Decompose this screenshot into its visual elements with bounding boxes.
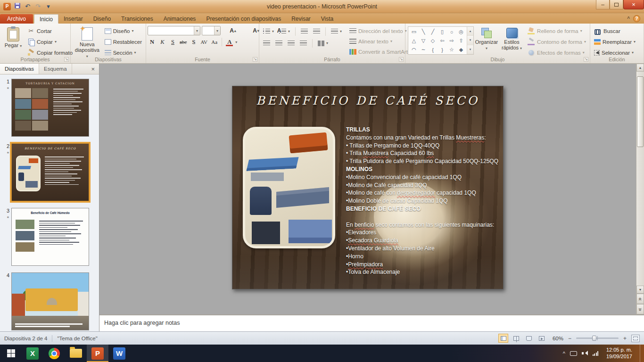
scrollbar-thumb[interactable] — [637, 76, 644, 147]
redo-button[interactable]: ↷ — [34, 3, 42, 10]
help-icon[interactable]: ? — [633, 15, 640, 22]
shape-icon[interactable]: ◆ — [456, 45, 466, 54]
shape-icon[interactable]: ⇨ — [447, 36, 456, 45]
vertical-scrollbar[interactable]: ▲ ▼ « » — [636, 64, 644, 314]
start-button[interactable] — [0, 345, 22, 362]
taskbar-word-icon[interactable]: W — [108, 345, 130, 362]
quick-styles-button[interactable]: Estilos rápidos ▾ — [498, 25, 525, 53]
align-right-button[interactable] — [286, 39, 296, 48]
tab-transiciones[interactable]: Transiciones — [116, 14, 158, 24]
slide-thumbnail-2[interactable]: 2★ BENEFICIO DE CAFÉ SECO — [0, 143, 99, 201]
columns-button[interactable]: ▾ — [316, 39, 330, 48]
slide-body[interactable]: TRILLASContamos con una gran Variedad en… — [346, 126, 503, 276]
tab-insertar[interactable]: Insertar — [58, 14, 88, 24]
slide-thumbnail-4[interactable]: 4 — [0, 272, 99, 330]
taskbar-powerpoint-icon[interactable]: P — [87, 345, 108, 362]
align-text-button[interactable]: Alinear texto ▾ — [348, 37, 413, 46]
undo-button[interactable]: ↶ — [24, 3, 32, 10]
bullets-button[interactable]: ▾ — [262, 27, 275, 36]
tab-vista[interactable]: Vista — [316, 14, 339, 24]
taskbar-excel-icon[interactable]: X — [22, 345, 43, 362]
chevron-down-icon[interactable]: ▾ — [214, 26, 220, 35]
collapse-ribbon-icon[interactable]: ^ — [627, 16, 630, 21]
touch-keyboard-icon[interactable] — [570, 351, 577, 356]
shape-icon[interactable]: ◠ — [409, 45, 419, 54]
shape-icon[interactable]: } — [438, 45, 447, 54]
zoom-slider-thumb[interactable] — [592, 336, 596, 341]
tab-diseno[interactable]: Diseño — [88, 14, 116, 24]
zoom-slider[interactable] — [576, 337, 619, 339]
fit-to-window-button[interactable] — [631, 335, 640, 342]
close-panel-icon[interactable]: × — [87, 64, 99, 74]
tab-presentacion[interactable]: Presentación con diapositivas — [201, 14, 286, 24]
previous-slide-button[interactable]: « — [636, 294, 644, 304]
line-spacing-button[interactable]: ▾ — [330, 27, 343, 36]
scroll-up-icon[interactable]: ▲ — [636, 64, 644, 72]
find-button[interactable]: Buscar — [593, 26, 637, 35]
slide-thumbnail-1[interactable]: 1★ TOSTADURIA Y CATACION — [0, 79, 99, 137]
format-painter-button[interactable]: Copiar formato — [26, 48, 74, 57]
bold-button[interactable]: N — [148, 37, 157, 47]
italic-button[interactable]: K — [158, 37, 167, 47]
font-color-button[interactable]: A — [225, 37, 234, 47]
view-reading-button[interactable] — [524, 334, 534, 343]
scrollbar-track[interactable] — [636, 72, 644, 286]
tab-esquema[interactable]: Esquema — [39, 64, 72, 74]
text-shadow-button[interactable]: S — [189, 37, 198, 47]
view-slideshow-button[interactable] — [537, 334, 546, 343]
reset-button[interactable]: Restablecer — [103, 37, 143, 46]
close-button[interactable]: × — [623, 0, 644, 9]
scroll-down-icon[interactable]: ▼ — [636, 286, 644, 294]
font-dialog-launcher-icon[interactable]: ↘ — [253, 57, 257, 62]
clipboard-dialog-launcher-icon[interactable]: ↘ — [64, 57, 69, 62]
shape-icon[interactable]: △ — [409, 36, 419, 45]
align-left-button[interactable] — [262, 39, 272, 48]
chevron-down-icon[interactable]: ▾ — [194, 26, 200, 35]
font-name-select[interactable]: ▾ — [148, 26, 200, 35]
copy-button[interactable]: Copiar ▾ — [26, 37, 74, 46]
new-slide-button[interactable]: Nueva diapositiva ▾ — [72, 25, 102, 61]
shape-icon[interactable]: ⇦ — [438, 36, 447, 45]
select-button[interactable]: Seleccionar ▾ — [593, 48, 637, 57]
view-normal-button[interactable] — [498, 334, 508, 343]
font-color-dropdown-icon[interactable]: ▾ — [235, 40, 237, 44]
character-spacing-button[interactable]: AV — [199, 37, 208, 47]
font-size-select[interactable]: ▾ — [202, 26, 221, 35]
notes-placeholder[interactable]: Haga clic para agregar notas — [104, 320, 180, 326]
qat-dropdown-icon[interactable]: ▾ — [44, 3, 52, 10]
slide-title[interactable]: BENEFICIO DE CAFÉ SECO — [232, 94, 503, 107]
next-slide-button[interactable]: » — [636, 304, 644, 314]
numbering-button[interactable]: ▾ — [278, 27, 291, 36]
convert-smartart-button[interactable]: Convertir a SmartArt ▾ — [348, 47, 413, 56]
shape-icon[interactable]: ∼ — [419, 45, 428, 54]
slide[interactable]: BENEFICIO DE CAFÉ SECO TRILLASContamos c… — [232, 86, 504, 289]
replace-button[interactable]: Reemplazar ▾ — [593, 37, 637, 46]
zoom-in-button[interactable]: + — [621, 335, 628, 342]
shape-icon[interactable]: ◎ — [456, 27, 466, 36]
shape-icon[interactable]: ☆ — [447, 45, 456, 54]
tab-archivo[interactable]: Archivo — [0, 14, 33, 24]
shapes-scroll-up-icon[interactable]: ▴ — [467, 27, 473, 36]
tab-diapositivas[interactable]: Diapositivas — [0, 64, 39, 74]
shapes-scroll-down-icon[interactable]: ▾ — [467, 36, 473, 45]
slide-thumbnail-3[interactable]: 3★ Beneficio de Café Húmedo — [0, 208, 99, 266]
strikethrough-button[interactable]: abc — [179, 37, 188, 47]
arrange-button[interactable]: Organizar ▾ — [475, 25, 498, 53]
taskbar-explorer-icon[interactable] — [65, 345, 87, 362]
taskbar-clock[interactable]: 12:05 p. m. 19/09/2017 — [603, 347, 635, 360]
increase-indent-button[interactable] — [312, 27, 322, 36]
drawing-dialog-launcher-icon[interactable]: ↘ — [584, 57, 588, 62]
view-slide-sorter-button[interactable] — [511, 334, 521, 343]
paragraph-dialog-launcher-icon[interactable]: ↘ — [399, 57, 404, 62]
minimize-button[interactable]: – — [596, 0, 610, 9]
text-direction-button[interactable]: Dirección del texto ▾ — [348, 26, 413, 35]
taskbar-chrome-icon[interactable] — [43, 345, 65, 362]
shape-icon[interactable]: ╲ — [419, 27, 428, 36]
tray-expand-icon[interactable]: ^ — [563, 351, 565, 356]
grow-font-button[interactable]: A▴ — [222, 27, 244, 34]
tab-revisar[interactable]: Revisar — [286, 14, 316, 24]
underline-button[interactable]: S — [168, 37, 177, 47]
layout-button[interactable]: Diseño ▾ — [103, 26, 143, 35]
slide-machinery-image[interactable] — [243, 127, 335, 248]
shape-icon[interactable]: ○ — [447, 27, 456, 36]
